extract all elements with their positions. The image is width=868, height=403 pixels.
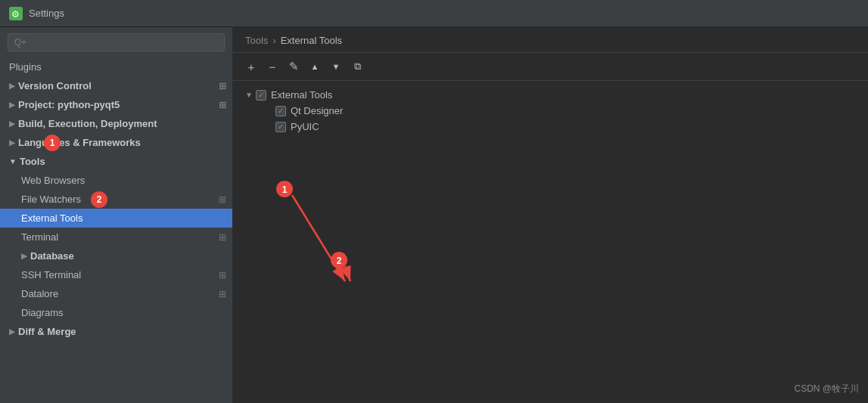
copy-icon: ⊞ xyxy=(219,81,226,91)
sidebar-item-label: Build, Execution, Deployment xyxy=(18,118,157,129)
sidebar-item-version-control[interactable]: ▶ Version Control ⊞ xyxy=(0,76,232,95)
content-wrapper: Tools › External Tools + − ✎ ▲ ▼ ⧉ ▼ ✓ E… xyxy=(233,27,868,403)
tree-root-label: External Tools xyxy=(271,89,332,101)
breadcrumb-parent[interactable]: Tools xyxy=(245,35,268,46)
main-layout: Plugins ▶ Version Control ⊞ ▶ Project: p… xyxy=(0,27,868,403)
sidebar-item-label: Web Browsers xyxy=(21,175,85,186)
sidebar-item-ssh-terminal[interactable]: SSH Terminal ⊞ xyxy=(0,265,232,284)
add-button[interactable]: + xyxy=(242,57,260,76)
sidebar-item-tools[interactable]: ▼ Tools xyxy=(0,152,232,171)
sidebar-item-languages[interactable]: ▶ Languages & Frameworks 1 xyxy=(0,133,232,152)
sidebar-item-datalore[interactable]: Datalore ⊞ xyxy=(0,284,232,303)
tree-root-node[interactable]: ▼ ✓ External Tools xyxy=(245,87,856,103)
sidebar-item-label: Tools xyxy=(20,156,45,167)
sidebar-list: Plugins ▶ Version Control ⊞ ▶ Project: p… xyxy=(0,57,232,403)
sidebar-item-label: File Watchers xyxy=(21,194,81,205)
sidebar-item-external-tools[interactable]: External Tools xyxy=(0,209,232,228)
breadcrumb: Tools › External Tools xyxy=(233,27,868,53)
tree-child-label-qt: Qt Designer xyxy=(291,105,343,116)
sidebar-item-label: Database xyxy=(30,250,74,262)
tree-root-checkbox[interactable]: ✓ xyxy=(256,90,266,101)
tree-expand-arrow: ▼ xyxy=(245,91,253,99)
svg-text:⚙: ⚙ xyxy=(11,9,20,20)
breadcrumb-separator: › xyxy=(272,35,275,46)
copy-button[interactable]: ⧉ xyxy=(348,57,366,76)
sidebar-item-diagrams[interactable]: Diagrams xyxy=(0,303,232,322)
sidebar-item-label: Diff & Merge xyxy=(18,326,76,337)
copy-icon: ⊞ xyxy=(219,232,226,243)
sidebar-item-plugins[interactable]: Plugins xyxy=(0,57,232,76)
sidebar-item-label: External Tools xyxy=(21,212,82,224)
sidebar-item-project[interactable]: ▶ Project: python-pyqt5 ⊞ xyxy=(0,95,232,114)
expand-icon: ▶ xyxy=(9,101,15,109)
copy-icon: ⊞ xyxy=(219,100,226,110)
title-bar: ⚙ Settings xyxy=(0,0,868,27)
edit-button[interactable]: ✎ xyxy=(285,57,303,76)
copy-icon: ⊞ xyxy=(219,194,226,205)
toolbar: + − ✎ ▲ ▼ ⧉ xyxy=(233,53,868,81)
move-down-button[interactable]: ▼ xyxy=(327,57,345,76)
sidebar-item-build[interactable]: ▶ Build, Execution, Deployment xyxy=(0,114,232,133)
remove-button[interactable]: − xyxy=(263,57,282,76)
tree-child-checkbox-qt[interactable]: ✓ xyxy=(275,106,286,116)
sidebar-item-label: Terminal xyxy=(21,231,58,243)
copy-icon: ⊞ xyxy=(219,270,226,281)
sidebar: Plugins ▶ Version Control ⊞ ▶ Project: p… xyxy=(0,27,233,403)
tree-child-qt-designer[interactable]: ✓ Qt Designer xyxy=(245,103,856,119)
sidebar-item-label: Version Control xyxy=(18,80,92,91)
expand-icon: ▶ xyxy=(9,327,15,336)
content: Tools › External Tools + − ✎ ▲ ▼ ⧉ ▼ ✓ E… xyxy=(233,27,868,403)
expand-icon: ▶ xyxy=(9,82,15,90)
sidebar-item-label: Plugins xyxy=(9,61,42,73)
sidebar-item-label: Project: python-pyqt5 xyxy=(18,99,120,110)
sidebar-item-label: Diagrams xyxy=(21,307,64,318)
expand-icon: ▶ xyxy=(9,138,15,147)
tree-child-label-pyuic: PyUIC xyxy=(291,121,319,132)
move-up-button[interactable]: ▲ xyxy=(306,57,324,76)
expand-icon: ▶ xyxy=(9,119,15,128)
annotation-2: 2 xyxy=(91,191,107,208)
tree-child-pyuic[interactable]: ✓ PyUIC xyxy=(245,119,856,135)
sidebar-item-label: Datalore xyxy=(21,288,58,299)
sidebar-item-terminal[interactable]: Terminal ⊞ xyxy=(0,228,232,246)
sidebar-item-label: Languages & Frameworks xyxy=(18,137,141,148)
expand-icon: ▼ xyxy=(9,157,17,166)
copy-icon: ⊞ xyxy=(219,289,226,299)
app-icon: ⚙ xyxy=(9,7,23,20)
search-input[interactable] xyxy=(8,33,225,51)
expand-icon: ▶ xyxy=(21,252,27,260)
sidebar-item-diff-merge[interactable]: ▶ Diff & Merge xyxy=(0,322,232,341)
tree-child-checkbox-pyuic[interactable]: ✓ xyxy=(275,122,286,132)
title-bar-title: Settings xyxy=(29,8,64,19)
sidebar-item-file-watchers[interactable]: File Watchers ⊞ 2 xyxy=(0,190,232,209)
sidebar-item-label: SSH Terminal xyxy=(21,269,81,281)
breadcrumb-current: External Tools xyxy=(281,35,342,46)
sidebar-item-database[interactable]: ▶ Database xyxy=(0,246,232,265)
sidebar-item-web-browsers[interactable]: Web Browsers xyxy=(0,171,232,190)
tree-area: ▼ ✓ External Tools ✓ Qt Designer ✓ PyUIC xyxy=(233,81,868,403)
